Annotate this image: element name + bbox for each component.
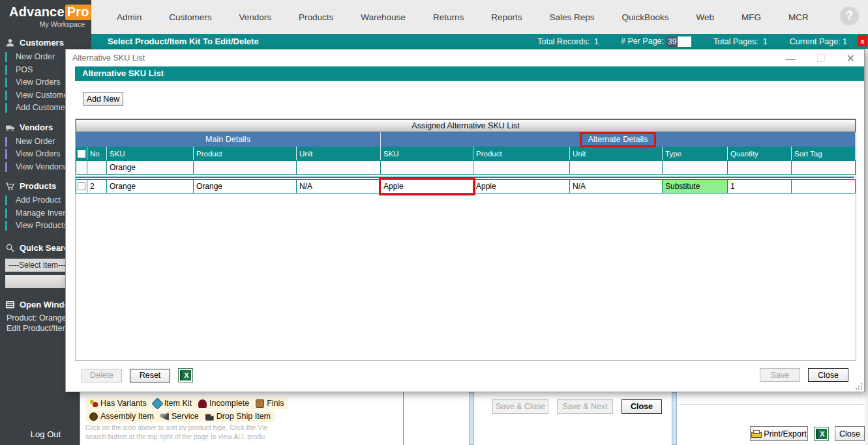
menu-web[interactable]: Web bbox=[683, 12, 728, 22]
legend-row-1: Has Variants Item Kit Incomplete Finis bbox=[85, 397, 288, 409]
menu-mfg[interactable]: MFG bbox=[728, 12, 775, 22]
list-icon bbox=[5, 300, 15, 309]
product-type-legend-panel: Has Variants Item Kit Incomplete Finis A… bbox=[80, 392, 404, 445]
legend-item-kit[interactable]: Item Kit bbox=[153, 399, 192, 408]
col-main-product: Product bbox=[194, 147, 297, 160]
row-main-sku: Orange bbox=[107, 179, 194, 194]
table-row: 2 Orange Orange N/A Apple Apple N/A Subs… bbox=[76, 179, 856, 194]
per-page: # Per Page:39 bbox=[621, 36, 691, 47]
filter-product-input[interactable] bbox=[194, 160, 297, 175]
search-icon bbox=[5, 243, 15, 253]
help-icon[interactable]: ? bbox=[840, 7, 859, 25]
dialog-footer-left: Delete Reset X bbox=[82, 368, 193, 382]
legend-assembly-item[interactable]: Assembly Item bbox=[89, 412, 154, 421]
close-page-button[interactable]: x bbox=[858, 35, 867, 46]
service-tools-icon bbox=[160, 412, 169, 421]
filter-alt-product-input[interactable] bbox=[473, 160, 570, 175]
page-title: Select Product/Item Kit To Edit/Delete bbox=[108, 36, 259, 46]
filter-quantity-input[interactable] bbox=[728, 160, 792, 175]
col-alt-product: Product bbox=[473, 147, 570, 160]
legend-finished-goods[interactable]: Finis bbox=[256, 399, 284, 408]
filter-alt-unit-input[interactable] bbox=[570, 160, 663, 175]
close-icon[interactable]: ✕ bbox=[846, 52, 855, 65]
brand-tagline: My Workspace bbox=[9, 20, 85, 28]
background-close-button[interactable]: Close bbox=[621, 399, 662, 414]
row-main-unit: N/A bbox=[297, 179, 381, 194]
group-alternate-details: Alternate Details bbox=[381, 132, 856, 147]
legend-service[interactable]: Service bbox=[160, 412, 199, 421]
save-and-next-button[interactable]: Save & Next bbox=[557, 399, 613, 414]
row-checkbox[interactable] bbox=[78, 182, 85, 190]
filter-type-input[interactable] bbox=[663, 160, 728, 175]
menu-sales-reps[interactable]: Sales Reps bbox=[535, 12, 608, 22]
menu-admin[interactable]: Admin bbox=[103, 12, 155, 22]
resize-grip[interactable] bbox=[856, 383, 862, 390]
legend-drop-ship[interactable]: Drop Ship Item bbox=[205, 412, 271, 421]
background-scrollbar-right[interactable] bbox=[672, 392, 677, 445]
top-bar: AdvancePro My Workspace Admin Customers … bbox=[0, 0, 868, 34]
legend-incomplete[interactable]: Incomplete bbox=[198, 399, 249, 408]
select-all-checkbox[interactable] bbox=[78, 150, 85, 158]
filter-unit-input[interactable] bbox=[297, 160, 381, 175]
menu-returns[interactable]: Returns bbox=[419, 12, 477, 22]
table-group-header-row: Main Details Alternate Details bbox=[76, 132, 856, 147]
menu-warehouse[interactable]: Warehouse bbox=[347, 12, 419, 22]
filter-sort-tag-input[interactable] bbox=[792, 160, 856, 175]
menu-reports[interactable]: Reports bbox=[477, 12, 535, 22]
add-new-button[interactable]: Add New bbox=[83, 92, 123, 106]
maximize-icon[interactable] bbox=[817, 54, 825, 62]
dialog-close-button[interactable]: Close bbox=[808, 368, 848, 382]
delete-button[interactable]: Delete bbox=[82, 369, 122, 382]
per-page-input[interactable]: 39 bbox=[666, 36, 691, 47]
printer-icon bbox=[751, 430, 760, 438]
pagination-controls: Total Records: 1 # Per Page:39 Total Pag… bbox=[537, 36, 847, 47]
status-bar: Select Product/Item Kit To Edit/Delete T… bbox=[91, 34, 868, 49]
menu-mcr[interactable]: MCR bbox=[775, 12, 822, 22]
filter-checkbox-cell bbox=[76, 160, 87, 175]
current-page: Current Page: 1 bbox=[790, 37, 847, 46]
menu-products[interactable]: Products bbox=[285, 12, 347, 22]
logout-button[interactable]: Log Out bbox=[0, 427, 91, 445]
row-alt-unit: N/A bbox=[570, 179, 663, 194]
menu-vendors[interactable]: Vendors bbox=[226, 12, 286, 22]
row-quantity: 1 bbox=[728, 179, 792, 194]
total-pages: Total Pages: 1 bbox=[713, 37, 768, 46]
export-excel-button[interactable]: X bbox=[814, 427, 829, 441]
filter-no-cell[interactable] bbox=[87, 160, 107, 175]
save-and-close-button[interactable]: Save & Close bbox=[492, 399, 548, 414]
select-all-cell bbox=[76, 147, 87, 160]
background-scrollbar-left[interactable] bbox=[469, 392, 474, 445]
col-quantity: Quantity bbox=[728, 147, 792, 160]
print-export-button[interactable]: Print/Export bbox=[750, 426, 808, 441]
filter-sku-input[interactable]: Orange bbox=[107, 160, 194, 175]
cart-icon bbox=[5, 181, 15, 191]
incomplete-icon bbox=[198, 399, 207, 408]
row-sort-tag bbox=[792, 179, 856, 194]
menu-quickbooks[interactable]: QuickBooks bbox=[608, 12, 683, 22]
drop-ship-truck-icon bbox=[205, 412, 214, 421]
menu-customers[interactable]: Customers bbox=[155, 12, 225, 22]
brand-main: Advance bbox=[9, 5, 65, 19]
bottom-close-button[interactable]: Close bbox=[835, 426, 865, 441]
table-caption: Assigned Alternative SKU List bbox=[76, 119, 856, 132]
page-scroll-gutter[interactable] bbox=[865, 49, 868, 445]
sku-table-panel: Assigned Alternative SKU List Main Detai… bbox=[75, 119, 856, 361]
background-footer-buttons: Save & Close Save & Next Close bbox=[492, 399, 662, 414]
dialog-window-controls: — ✕ bbox=[786, 51, 855, 65]
row-type: Substitute bbox=[663, 179, 728, 194]
alternative-sku-dialog: Alternative SKU List — ✕ Alternative SKU… bbox=[65, 49, 865, 392]
truck-icon bbox=[5, 122, 15, 132]
col-main-unit: Unit bbox=[297, 147, 381, 160]
dialog-export-excel-button[interactable]: X bbox=[178, 368, 193, 382]
dialog-footer-right: Save Close bbox=[760, 368, 848, 382]
legend-has-variants[interactable]: Has Variants bbox=[89, 399, 147, 408]
save-button[interactable]: Save bbox=[760, 368, 800, 382]
excel-icon: X bbox=[180, 370, 191, 380]
table-column-header-row: No SKU Product Unit SKU Product Unit Typ… bbox=[76, 147, 856, 160]
reset-button[interactable]: Reset bbox=[130, 369, 170, 382]
filter-alt-sku-input[interactable] bbox=[381, 160, 473, 175]
minimize-icon[interactable]: — bbox=[786, 53, 796, 64]
row-alt-sku-highlighted: Apple bbox=[381, 179, 473, 194]
has-variants-icon bbox=[89, 399, 98, 408]
dialog-header-bar: Alternative SKU List bbox=[75, 66, 864, 81]
